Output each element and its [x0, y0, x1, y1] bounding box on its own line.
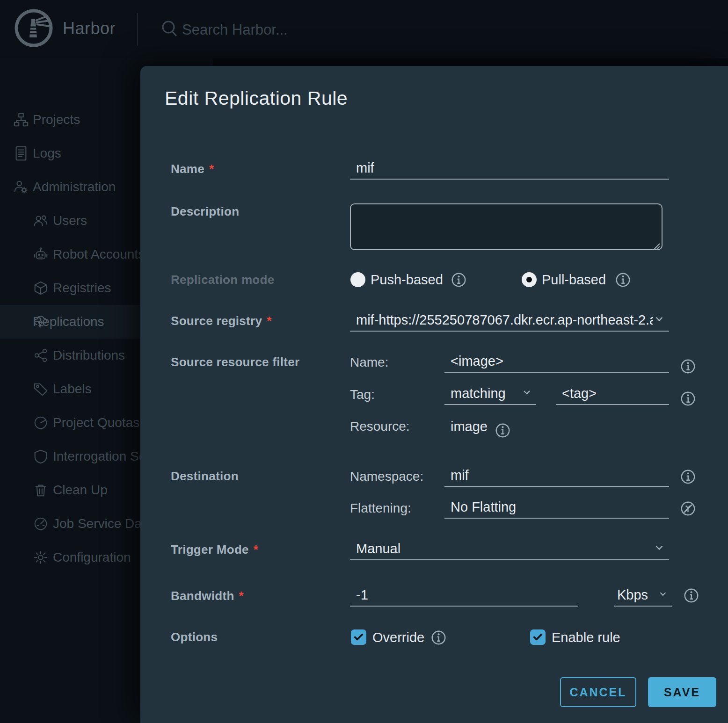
modal-title: Edit Replication Rule	[165, 87, 348, 109]
registries-icon	[33, 280, 49, 296]
namespace-field-wrap	[444, 464, 669, 487]
namespace-input[interactable]	[444, 464, 669, 486]
search-icon	[160, 19, 179, 41]
labels-icon	[33, 381, 49, 397]
source-registry-label: Source registry*	[171, 314, 272, 328]
enable-rule-label: Enable rule	[552, 630, 620, 645]
override-info-icon[interactable]	[431, 630, 446, 645]
cancel-button[interactable]: CANCEL	[560, 677, 636, 707]
gear-icon	[33, 549, 49, 565]
filter-tag-info-icon[interactable]	[680, 391, 696, 406]
pull-based-radio[interactable]	[522, 272, 537, 287]
pull-based-label: Pull-based	[542, 272, 606, 288]
namespace-label: Namespace:	[350, 469, 423, 484]
gauge-icon	[33, 516, 49, 532]
logs-icon	[13, 145, 29, 161]
administration-icon	[13, 179, 29, 195]
tag-match-select[interactable]: matching	[444, 383, 536, 405]
projects-icon	[13, 112, 29, 128]
filter-name-field-wrap	[444, 350, 669, 373]
bandwidth-field-wrap	[350, 584, 578, 607]
chevron-down-icon	[653, 542, 665, 556]
trigger-mode-select[interactable]: Manual	[350, 538, 669, 560]
edit-replication-rule-modal: Edit Replication Rule Name* Description …	[140, 66, 728, 723]
filter-resource-value: image	[451, 419, 488, 434]
save-button[interactable]: SAVE	[648, 677, 716, 707]
bandwidth-unit-select[interactable]: Kbps	[614, 584, 672, 607]
filter-tag-label: Tag:	[350, 387, 375, 402]
header-divider	[137, 13, 138, 46]
distributions-icon	[33, 347, 49, 363]
source-registry-select[interactable]: mif-https://255250787067.dkr.ecr.ap-nort…	[350, 309, 669, 332]
name-input[interactable]	[350, 157, 669, 179]
required-asterisk: *	[209, 162, 214, 176]
name-field-wrap	[350, 157, 669, 180]
destination-label: Destination	[171, 469, 239, 484]
filter-name-input[interactable]	[444, 350, 669, 372]
trash-icon	[33, 482, 49, 498]
pull-based-info-icon[interactable]	[615, 272, 631, 288]
filter-resource-label: Resource:	[350, 419, 410, 434]
filter-name-info-icon[interactable]	[680, 359, 696, 374]
app-title[interactable]: Harbor	[63, 19, 116, 38]
namespace-info-icon[interactable]	[680, 469, 696, 484]
name-label: Name*	[171, 162, 214, 176]
enable-rule-checkbox[interactable]	[530, 629, 546, 645]
filter-resource-info-icon[interactable]	[495, 423, 510, 438]
trigger-mode-label: Trigger Mode*	[171, 542, 258, 557]
filter-tag-field-wrap	[556, 383, 669, 405]
push-based-info-icon[interactable]	[451, 272, 466, 288]
required-asterisk: *	[239, 589, 244, 603]
description-label: Description	[171, 204, 239, 219]
bandwidth-input[interactable]	[350, 584, 578, 606]
required-asterisk: *	[254, 542, 258, 557]
source-resource-filter-label: Source resource filter	[171, 355, 299, 369]
chevron-down-icon	[653, 313, 665, 327]
push-based-radio[interactable]	[350, 272, 365, 287]
app-header: Harbor Search Harbor...	[0, 0, 728, 58]
app-root: Harbor Search Harbor... Projects Logs Ad…	[0, 0, 728, 723]
flattening-label: Flattening:	[350, 501, 411, 516]
robot-icon	[33, 246, 49, 262]
flattening-info-icon[interactable]	[680, 501, 696, 516]
chevron-down-icon	[658, 589, 668, 601]
quotas-icon	[33, 415, 49, 431]
options-label: Options	[171, 630, 218, 644]
required-asterisk: *	[267, 314, 271, 328]
users-icon	[33, 213, 49, 229]
bandwidth-info-icon[interactable]	[684, 588, 699, 603]
replication-mode-label: Replication mode	[171, 273, 275, 287]
harbor-logo-icon	[14, 8, 53, 48]
flattening-select[interactable]: No Flatting	[444, 496, 669, 519]
global-search[interactable]: Search Harbor...	[160, 19, 288, 41]
push-based-label: Push-based	[371, 272, 443, 288]
override-checkbox[interactable]	[351, 629, 366, 645]
chevron-down-icon	[521, 387, 532, 400]
shield-icon	[33, 448, 49, 464]
bandwidth-label: Bandwidth*	[171, 589, 244, 603]
filter-tag-input[interactable]	[556, 383, 669, 404]
filter-name-label: Name:	[350, 355, 388, 370]
override-label: Override	[372, 630, 424, 645]
description-textarea[interactable]	[350, 203, 662, 250]
search-input[interactable]: Search Harbor...	[182, 22, 288, 38]
